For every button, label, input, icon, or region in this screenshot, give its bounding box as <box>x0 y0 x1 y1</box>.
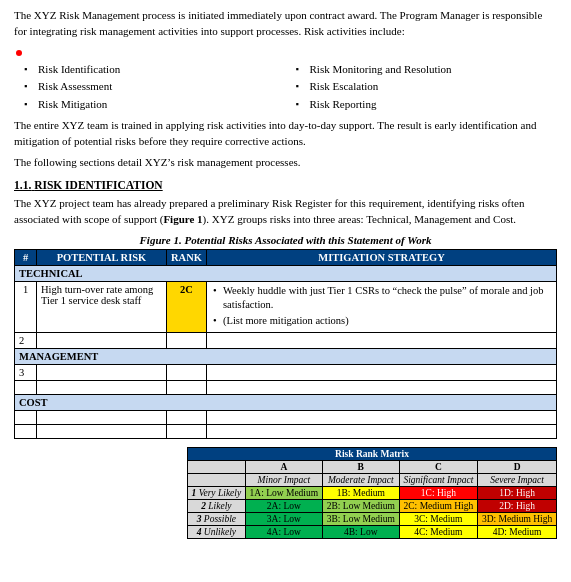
matrix-4b: 4B: Low <box>322 525 399 538</box>
intro-paragraph2: The entire XYZ team is trained in applyi… <box>14 118 557 150</box>
section-paragraph: The XYZ project team has already prepare… <box>14 196 557 228</box>
row3-mitigation <box>207 364 557 380</box>
row6-mitigation <box>207 424 557 438</box>
row4-num <box>15 380 37 394</box>
intro-paragraph3: The following sections detail XYZ’s risk… <box>14 155 557 171</box>
group-technical: TECHNICAL <box>15 265 557 281</box>
risk-table: # POTENTIAL RISK RANK MITIGATION STRATEG… <box>14 249 557 439</box>
group-management: MANAGEMENT <box>15 348 557 364</box>
col-header-risk: POTENTIAL RISK <box>37 249 167 265</box>
matrix-3a: 3A: Low <box>245 512 322 525</box>
row4-risk <box>37 380 167 394</box>
section-title: RISK IDENTIFICATION <box>34 179 163 191</box>
matrix-col-empty <box>188 460 246 473</box>
intro-paragraph1: The XYZ Risk Management process is initi… <box>14 8 557 40</box>
matrix-4d: 4D: Medium <box>478 525 557 538</box>
row4-mitigation <box>207 380 557 394</box>
matrix-row1-label: 1 Very Likely <box>188 486 246 499</box>
row2-mitigation <box>207 332 557 348</box>
matrix-sub-c: Significant Impact <box>399 473 478 486</box>
matrix-sub-b: Moderate Impact <box>322 473 399 486</box>
matrix-4a: 4A: Low <box>245 525 322 538</box>
matrix-col-d: D <box>478 460 557 473</box>
matrix-row-4: 4 Unlikely 4A: Low 4B: Low 4C: Medium 4D… <box>188 525 557 538</box>
group-cost-label: COST <box>15 394 557 410</box>
matrix-4c: 4C: Medium <box>399 525 478 538</box>
row5-risk <box>37 410 167 424</box>
row1-num: 1 <box>15 281 37 332</box>
table-row <box>15 424 557 438</box>
table-row: 3 <box>15 364 557 380</box>
col-header-mitigation: MITIGATION STRATEGY <box>207 249 557 265</box>
col-header-rank: RANK <box>167 249 207 265</box>
matrix-row-1: 1 Very Likely 1A: Low Medium 1B: Medium … <box>188 486 557 499</box>
bullet-right-3: Risk Reporting <box>296 97 558 112</box>
matrix-1d: 1D: High <box>478 486 557 499</box>
matrix-row-2: 2 Likely 2A: Low 2B: Low Medium 2C: Medi… <box>188 499 557 512</box>
matrix-row3-label: 3 Possible <box>188 512 246 525</box>
figure-caption: Figure 1. Potential Risks Associated wit… <box>14 234 557 246</box>
row1-rank: 2C <box>167 281 207 332</box>
mitigation-bullet-1: Weekly huddle with just Tier 1 CSRs to “… <box>211 284 552 313</box>
bullet-columns: Risk Identification Risk Assessment Risk… <box>24 62 557 114</box>
matrix-sub-a: Minor Impact <box>245 473 322 486</box>
matrix-container: Risk Rank Matrix A B C D Minor Impact Mo… <box>14 447 557 539</box>
table-row: 1 High turn-over rate among Tier 1 servi… <box>15 281 557 332</box>
matrix-sub-d: Severe Impact <box>478 473 557 486</box>
matrix-2a: 2A: Low <box>245 499 322 512</box>
matrix-row-3: 3 Possible 3A: Low 3B: Low Medium 3C: Me… <box>188 512 557 525</box>
matrix-2d: 2D: High <box>478 499 557 512</box>
table-row: 2 <box>15 332 557 348</box>
row3-rank <box>167 364 207 380</box>
matrix-col-b: B <box>322 460 399 473</box>
row2-num: 2 <box>15 332 37 348</box>
row4-rank <box>167 380 207 394</box>
matrix-2c: 2C: Medium High <box>399 499 478 512</box>
table-row <box>15 410 557 424</box>
row6-rank <box>167 424 207 438</box>
matrix-3c: 3C: Medium <box>399 512 478 525</box>
section-number: 1.1. <box>14 179 31 191</box>
group-cost: COST <box>15 394 557 410</box>
rank-matrix: Risk Rank Matrix A B C D Minor Impact Mo… <box>187 447 557 539</box>
row3-risk <box>37 364 167 380</box>
bullet-right-1: Risk Monitoring and Resolution <box>296 62 558 77</box>
bullet-left-1: Risk Identification <box>24 62 286 77</box>
group-technical-label: TECHNICAL <box>15 265 557 281</box>
matrix-sub-empty <box>188 473 246 486</box>
bullet-left-2: Risk Assessment <box>24 79 286 94</box>
row1-mitigation: Weekly huddle with just Tier 1 CSRs to “… <box>207 281 557 332</box>
matrix-col-c: C <box>399 460 478 473</box>
matrix-row4-label: 4 Unlikely <box>188 525 246 538</box>
matrix-title: Risk Rank Matrix <box>188 447 557 460</box>
col-header-num: # <box>15 249 37 265</box>
row6-num <box>15 424 37 438</box>
section-heading: 1.1. RISK IDENTIFICATION <box>14 179 557 191</box>
matrix-row2-label: 2 Likely <box>188 499 246 512</box>
bullet-right-2: Risk Escalation <box>296 79 558 94</box>
matrix-1b: 1B: Medium <box>322 486 399 499</box>
group-management-label: MANAGEMENT <box>15 348 557 364</box>
matrix-col-a: A <box>245 460 322 473</box>
row5-num <box>15 410 37 424</box>
matrix-3b: 3B: Low Medium <box>322 512 399 525</box>
mitigation-bullet-2: (List more mitigation actions) <box>211 314 552 329</box>
matrix-1c: 1C: High <box>399 486 478 499</box>
row2-rank <box>167 332 207 348</box>
table-row <box>15 380 557 394</box>
row2-risk <box>37 332 167 348</box>
matrix-3d: 3D: Medium High <box>478 512 557 525</box>
matrix-1a: 1A: Low Medium <box>245 486 322 499</box>
matrix-2b: 2B: Low Medium <box>322 499 399 512</box>
bullet-col-right: Risk Monitoring and Resolution Risk Esca… <box>296 62 558 114</box>
row1-risk: High turn-over rate among Tier 1 service… <box>37 281 167 332</box>
row6-risk <box>37 424 167 438</box>
red-dot <box>16 50 22 56</box>
row5-mitigation <box>207 410 557 424</box>
bullet-col-left: Risk Identification Risk Assessment Risk… <box>24 62 286 114</box>
row3-num: 3 <box>15 364 37 380</box>
row5-rank <box>167 410 207 424</box>
bullet-left-3: Risk Mitigation <box>24 97 286 112</box>
